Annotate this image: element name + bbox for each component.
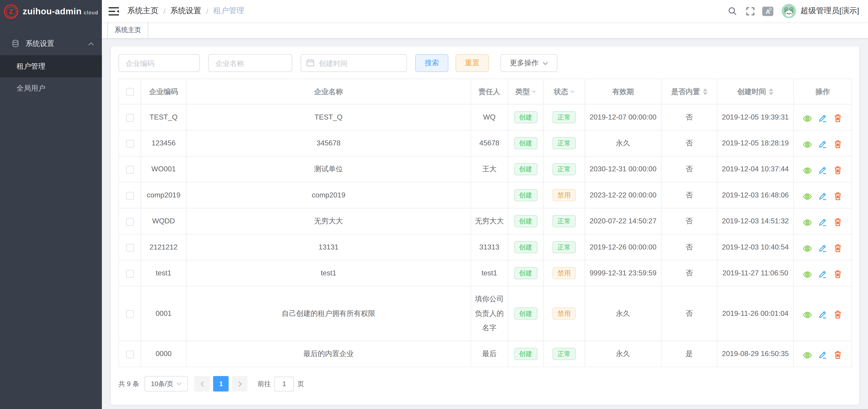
row-actions-cell (794, 104, 852, 130)
view-button[interactable] (803, 350, 812, 359)
cell-text: 否 (686, 309, 693, 317)
cell-owner: 填你公司负责人的名字 (471, 286, 508, 341)
search-button[interactable]: 搜索 (415, 54, 448, 72)
row-checkbox[interactable] (126, 166, 134, 173)
fullscreen-icon[interactable] (743, 4, 757, 18)
goto-page-input[interactable] (274, 376, 294, 391)
cell-name: TEST_Q (186, 104, 471, 130)
hamburger-icon[interactable] (108, 6, 120, 16)
row-checkbox-cell (119, 260, 141, 286)
view-button[interactable] (803, 139, 812, 148)
delete-button[interactable] (834, 269, 842, 278)
cell-text: 测试单位 (314, 165, 343, 173)
edit-button[interactable] (818, 269, 827, 278)
enterprise-code-input[interactable] (119, 54, 200, 72)
row-checkbox[interactable] (126, 114, 134, 121)
page-number-1[interactable]: 1 (213, 376, 229, 391)
row-checkbox[interactable] (126, 218, 134, 226)
type-tag: 创建 (514, 241, 537, 253)
row-actions-cell (794, 156, 852, 182)
breadcrumb-system-settings[interactable]: 系统设置 (170, 6, 201, 16)
cell-name: 无穷大大 (186, 208, 471, 234)
view-button[interactable] (803, 309, 812, 318)
prev-page-button[interactable] (194, 376, 210, 391)
cell-type: 创建 (508, 260, 544, 286)
edit-button[interactable] (818, 191, 827, 200)
created-time-input[interactable] (301, 54, 407, 72)
cell-code: WO001 (141, 156, 186, 182)
column-header-builtin[interactable]: 是否内置 (661, 79, 717, 104)
cell-text: 31313 (479, 243, 499, 251)
row-checkbox-cell (119, 130, 141, 156)
view-button[interactable] (803, 113, 812, 122)
delete-button[interactable] (834, 191, 842, 200)
cell-text: 永久 (616, 139, 630, 147)
app-title: zuihou-admin (23, 7, 82, 16)
edit-button[interactable] (818, 309, 827, 318)
sort-carets-icon (769, 86, 773, 97)
select-all-checkbox[interactable] (126, 88, 134, 96)
sidebar-item-tenant-management[interactable]: 租户管理 (0, 55, 102, 77)
row-checkbox[interactable] (126, 192, 134, 199)
delete-button[interactable] (834, 139, 842, 148)
avatar[interactable] (782, 4, 796, 18)
table-row: 0000最后的内置企业最后创建正常永久是2019-08-29 16:50:35 (119, 341, 851, 367)
current-user-name[interactable]: 超级管理员[演示] (801, 6, 859, 16)
edit-button[interactable] (818, 243, 827, 252)
view-button[interactable] (803, 243, 812, 252)
column-header-type[interactable]: 类型 (508, 79, 544, 104)
column-header-status[interactable]: 状态 (544, 79, 585, 104)
sidebar-item-global-users[interactable]: 全局用户 (0, 77, 102, 100)
row-checkbox[interactable] (126, 270, 134, 277)
edit-button[interactable] (818, 139, 827, 148)
view-button[interactable] (803, 191, 812, 200)
view-button[interactable] (803, 269, 812, 278)
cell-text: 否 (686, 243, 693, 251)
app-logo[interactable]: Z zuihou-admin cloud (0, 0, 102, 23)
delete-button[interactable] (834, 350, 842, 359)
edit-button[interactable] (818, 217, 827, 226)
column-header-created[interactable]: 创建时间 (717, 79, 794, 104)
delete-button[interactable] (834, 309, 842, 318)
view-button[interactable] (803, 217, 812, 226)
row-checkbox[interactable] (126, 310, 134, 318)
page-size-select[interactable]: 10条/页 (145, 376, 188, 391)
breadcrumb-home[interactable]: 系统主页 (127, 6, 158, 16)
cell-text: 9999-12-31 23:59:59 (590, 269, 656, 277)
cell-builtin: 否 (661, 104, 717, 130)
next-page-button[interactable] (232, 376, 248, 391)
type-tag: 创建 (514, 137, 537, 149)
row-actions-cell (794, 182, 852, 208)
view-button[interactable] (803, 165, 812, 174)
table-row: 0001自己创建的租户拥有所有权限填你公司负责人的名字创建禁用永久否2019-1… (119, 286, 851, 341)
cell-text: 0001 (156, 309, 172, 317)
sidebar-group-system-settings[interactable]: 系统设置 (0, 32, 102, 55)
language-icon[interactable]: A 文 (761, 4, 775, 18)
cell-builtin: 否 (661, 234, 717, 260)
delete-button[interactable] (834, 165, 842, 174)
chevron-right-icon (238, 381, 242, 387)
enterprise-name-input[interactable] (208, 54, 292, 72)
edit-button[interactable] (818, 165, 827, 174)
edit-button[interactable] (818, 113, 827, 122)
delete-button[interactable] (834, 243, 842, 252)
row-checkbox[interactable] (126, 140, 134, 147)
row-checkbox[interactable] (126, 244, 134, 251)
cell-text: WQDD (152, 217, 175, 225)
pencil-icon (818, 269, 827, 278)
type-tag: 创建 (514, 111, 537, 124)
reset-button[interactable]: 重置 (456, 54, 489, 72)
more-actions-button[interactable]: 更多操作 (500, 54, 558, 72)
cell-name: 13131 (186, 234, 471, 260)
delete-button[interactable] (834, 113, 842, 122)
search-icon[interactable] (725, 4, 740, 18)
row-checkbox[interactable] (126, 350, 134, 358)
database-icon (11, 39, 20, 48)
top-navbar: 系统主页 / 系统设置 / 租户管理 (102, 0, 868, 22)
tab-system-home[interactable]: 系统主页 (107, 22, 148, 38)
column-header-label: 创建时间 (738, 87, 766, 97)
created-time-picker (301, 54, 407, 72)
edit-button[interactable] (818, 350, 827, 359)
delete-button[interactable] (834, 217, 842, 226)
type-tag: 创建 (514, 189, 537, 201)
